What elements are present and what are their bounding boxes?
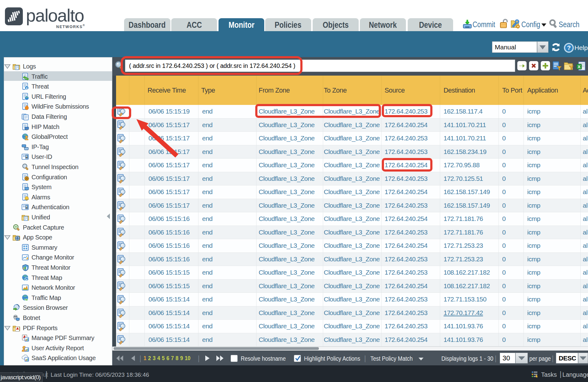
svg-text:X: X [578,64,581,69]
svg-text:?: ? [567,44,571,51]
svg-text:x: x [26,86,28,90]
svg-text:x: x [26,278,28,281]
